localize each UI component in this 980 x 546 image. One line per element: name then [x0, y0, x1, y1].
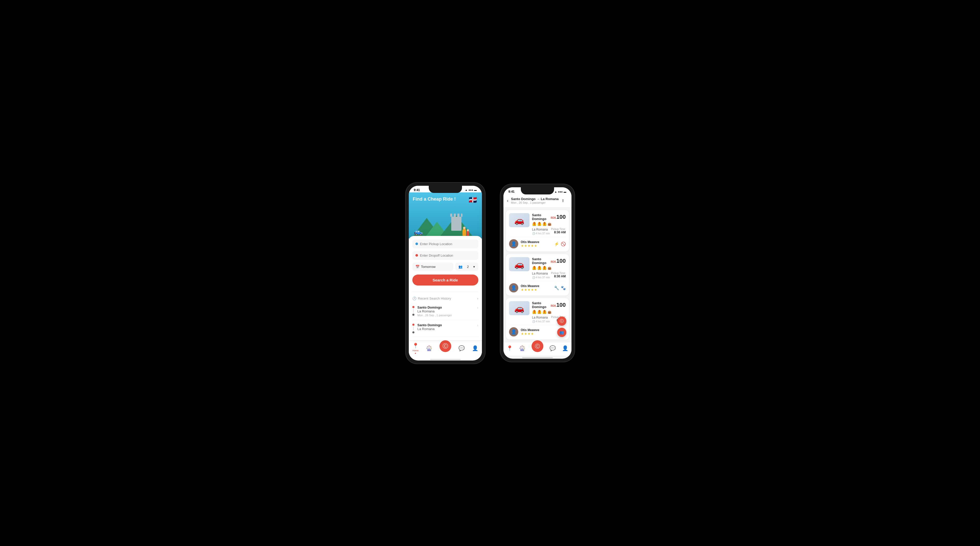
history-item-2[interactable]: Santo Domingo La Romana › [412, 320, 478, 337]
recent-search-title: Recent Search History [418, 296, 451, 300]
price-currency-3: RD$ [551, 304, 556, 307]
passengers-icon: 👥 [458, 265, 463, 269]
car-thumbnail-1: 🚗 [509, 213, 530, 227]
recent-search-header[interactable]: 🕐 Recent Search History › [412, 294, 478, 302]
person-1 [463, 229, 466, 236]
chat-icon-2: 💬 [549, 345, 556, 351]
ride-top-1: 🚗 Santo Domingo RD$ 100 🦺 🦺 � [509, 213, 566, 235]
date-picker-btn[interactable]: 📅 Tomorrow [412, 263, 453, 271]
driver-name-1: Otis Meawve [521, 240, 552, 244]
ride-from-city-3: Santo Domingo [532, 301, 551, 309]
nav2-center-fab[interactable]: Ⓒ [531, 340, 543, 352]
add-ride-icon: Ⓒ [442, 342, 448, 350]
chat-fab-button[interactable]: Ⓒ [557, 317, 566, 326]
price-tag-2: RD$ 100 [551, 258, 566, 264]
home-label: Home [412, 349, 418, 352]
phone-2-screen: 9:41 ▲ ●●● ▬ ‹ Santo Domingo → La Romana… [503, 187, 571, 359]
route-details: Mon , 26 Sep , 1 passenger [511, 201, 559, 204]
seats-row-1: 🦺 🦺 🦺 👜 [532, 222, 566, 226]
history-chevron-1: › [477, 306, 478, 310]
search-ride-button[interactable]: Search a Ride [412, 275, 478, 285]
car-thumbnail-3: 🚗 [509, 301, 530, 315]
passenger-picker-btn[interactable]: 👥 2 ▾ [455, 263, 478, 271]
ride-card-1[interactable]: 🚗 Santo Domingo RD$ 100 🦺 🦺 � [506, 210, 569, 252]
bottom-nav-1: 📍 Home 🎡 Ⓒ 💬 👤 [409, 340, 482, 357]
bag-icon-2: 👜 [547, 266, 552, 270]
history-meta-1: Mon , 26 Sep , 1 passenger [417, 314, 474, 317]
flag-icon: 🇩🇴 [469, 196, 477, 204]
nav-profile[interactable]: 👤 [472, 345, 478, 351]
pickup-input[interactable] [420, 242, 475, 246]
wifi-icon-2: ▲ [554, 190, 557, 193]
ride-to-row-1: La Romana 🕐 4 hrs 37 min Pickup Time: 8:… [532, 227, 566, 235]
from-dot-icon-2 [412, 324, 414, 326]
from-dot-icon [412, 306, 414, 308]
hero-section: Find a Cheap Ride ! 🇩🇴 🚙 [409, 193, 482, 239]
nav2-location[interactable]: 📍 [506, 345, 513, 351]
nav2-profile[interactable]: 👤 [562, 345, 568, 351]
people-illustration [463, 229, 469, 236]
ride-from-row-3: Santo Domingo RD$ 100 [532, 301, 566, 309]
nav2-chat[interactable]: 💬 [549, 345, 556, 351]
ride-card-3[interactable]: 🚗 Santo Domingo RD$ 100 🦺 🦺 � [506, 298, 569, 339]
route-title: Santo Domingo → La Romana [511, 197, 559, 201]
steering-icon: 🎡 [426, 345, 432, 351]
chat-icon: 💬 [458, 345, 465, 351]
battery-icon-2: ▬ [564, 190, 566, 193]
price-amount-3: 100 [556, 302, 566, 308]
car-thumbnail-2: 🚗 [509, 257, 530, 271]
wifi-icon: ▲ [465, 189, 467, 191]
pickup-label-1: Pickup Time: [551, 228, 566, 231]
battery-icon: ▬ [474, 189, 477, 191]
dropoff-row[interactable] [412, 251, 478, 260]
nav-add-ride-label[interactable]: 💬 [458, 345, 465, 351]
home-icon: 📍 [412, 342, 419, 349]
filter-fab-button[interactable]: 👥 [557, 328, 566, 337]
recent-chevron-icon: › [477, 296, 478, 300]
bag-icon: 👜 [547, 222, 552, 226]
profile-icon: 👤 [472, 345, 478, 351]
pickup-info-2: Pickup Time: 8:30 AM [551, 272, 566, 278]
to-dot-icon-2 [412, 331, 414, 333]
route-dots-2 [412, 323, 414, 333]
duration-3: 🕐 4 hrs 37 min [532, 320, 550, 323]
nav-home[interactable]: 📍 Home [412, 342, 419, 354]
results-header: ‹ Santo Domingo → La Romana Mon , 26 Sep… [503, 194, 571, 207]
duration-text-3: 4 hrs 37 min [536, 320, 550, 323]
status-icons-1: ▲ ●●● ▬ [465, 189, 477, 191]
pickup-time-2: 8:30 AM [551, 275, 566, 278]
nav2-drive[interactable]: 🎡 [519, 345, 525, 351]
history-item-1[interactable]: Santo Domingo La Romana Mon , 26 Sep , 1… [412, 302, 478, 320]
status-time-1: 9:41 [414, 188, 420, 192]
ride-to-row-2: La Romana 🕐 4 hrs 37 min Pickup Time: 8:… [532, 271, 566, 279]
dropoff-input[interactable] [420, 253, 475, 257]
ride-bottom-2: 👤 Otis Meawve ★★★★★ 🔧 🐾 [509, 281, 566, 293]
history-from-2: Santo Domingo [417, 323, 474, 327]
pickup-info-1: Pickup Time: 8:30 AM [551, 228, 566, 234]
nav-drive[interactable]: 🎡 [426, 345, 432, 351]
date-label: Tomorrow [421, 265, 436, 269]
ride-from-city-2: Santo Domingo [532, 257, 551, 265]
duration-text-1: 4 hrs 37 min [536, 232, 550, 235]
driver-stars-2: ★★★★★ [521, 288, 552, 292]
nav-add-ride-fab[interactable]: Ⓒ [439, 340, 451, 352]
seat-2: 🦺 [537, 222, 541, 226]
price-amount-1: 100 [556, 214, 566, 220]
history-to-1: La Romana [417, 309, 474, 313]
dropoff-dot-icon [415, 254, 418, 256]
ride-card-2[interactable]: 🚗 Santo Domingo RD$ 100 🦺 🦺 � [506, 254, 569, 296]
profile-icon-2: 👤 [562, 345, 568, 351]
seat-2-3: 🦺 [542, 266, 547, 270]
history-chevron-2: › [477, 323, 478, 327]
share-button[interactable]: ⬆ [561, 198, 565, 203]
steering-icon-2: 🎡 [519, 345, 525, 351]
driver-avatar-2: 👤 [509, 283, 518, 293]
signal-icon-2: ●●● [558, 190, 563, 193]
pickup-row[interactable] [412, 239, 478, 248]
notch-2 [521, 187, 554, 194]
back-button[interactable]: ‹ [507, 198, 509, 204]
seat-3-2: 🦺 [537, 310, 541, 314]
driver-info-1: Otis Meawve ★★★★★ [521, 240, 552, 248]
seat-2-2: 🦺 [537, 266, 541, 270]
route-dots-1 [412, 306, 414, 316]
